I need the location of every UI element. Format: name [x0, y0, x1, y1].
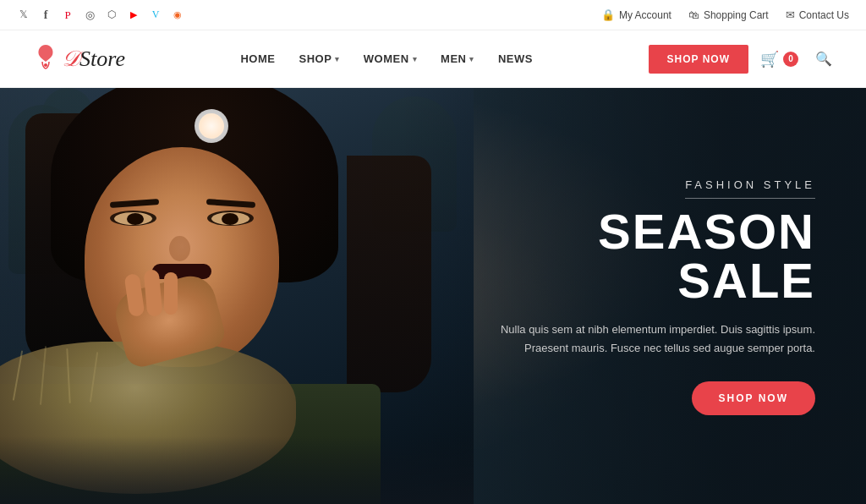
hero-content: FASHION STYLE SEASON SALE Nulla quis sem…: [460, 177, 815, 415]
social-icons: 𝕏 f P ◎ ⬡ ▶ V ◉: [17, 8, 184, 22]
hero-section: FASHION STYLE SEASON SALE Nulla quis sem…: [0, 88, 866, 504]
cart-count-badge: 0: [783, 52, 798, 67]
header-shop-now-button[interactable]: SHOP NOW: [649, 45, 748, 74]
cart-top-icon: 🛍: [688, 8, 699, 21]
instagram-icon[interactable]: ⬡: [105, 8, 118, 22]
svg-point-0: [44, 63, 47, 67]
logo-icon: [34, 43, 58, 75]
hero-description: Nulla quis sem at nibh elementum imperdi…: [460, 320, 815, 358]
my-account-link[interactable]: 🔒 My Account: [601, 8, 671, 21]
cart-icon: 🛒: [760, 50, 779, 68]
logo[interactable]: 𝒟Store: [34, 43, 125, 75]
nav-news[interactable]: NEWS: [498, 52, 533, 65]
contact-icon: ✉: [786, 8, 795, 21]
top-bar: 𝕏 f P ◎ ⬡ ▶ V ◉ 🔒 My Account 🛍 Shopping …: [0, 0, 866, 30]
rss-icon[interactable]: ◉: [171, 8, 184, 22]
main-nav: HOME SHOP ▾ WOMEN ▾ MEN ▾ NEWS: [240, 52, 533, 65]
hero-subtitle: FASHION STYLE: [685, 178, 815, 199]
men-dropdown-arrow: ▾: [469, 55, 474, 63]
top-right-links: 🔒 My Account 🛍 Shopping Cart ✉ Contact U…: [601, 8, 849, 21]
hero-title: SEASON SALE: [460, 207, 815, 305]
logo-text: 𝒟Store: [61, 47, 125, 72]
nav-shop[interactable]: SHOP ▾: [299, 52, 339, 65]
nav-home[interactable]: HOME: [240, 52, 275, 65]
contact-us-link[interactable]: ✉ Contact Us: [786, 8, 849, 21]
cart-button[interactable]: 🛒 0: [760, 50, 798, 68]
vimeo-icon[interactable]: V: [149, 8, 162, 22]
search-icon[interactable]: 🔍: [815, 51, 832, 67]
twitter-icon[interactable]: 𝕏: [17, 8, 30, 22]
account-icon: 🔒: [601, 8, 615, 21]
shop-dropdown-arrow: ▾: [335, 55, 340, 63]
header: 𝒟Store HOME SHOP ▾ WOMEN ▾ MEN ▾ NEWS SH…: [0, 30, 866, 88]
hero-shop-now-button[interactable]: SHOP NOW: [692, 381, 815, 415]
pinterest-icon[interactable]: P: [61, 8, 74, 22]
youtube-icon[interactable]: ▶: [127, 8, 140, 22]
nav-men[interactable]: MEN ▾: [441, 52, 474, 65]
facebook-icon[interactable]: f: [39, 8, 52, 22]
shopping-cart-link[interactable]: 🛍 Shopping Cart: [688, 8, 769, 21]
nav-women[interactable]: WOMEN ▾: [364, 52, 417, 65]
dribbble-icon[interactable]: ◎: [83, 8, 96, 22]
women-dropdown-arrow: ▾: [413, 55, 418, 63]
